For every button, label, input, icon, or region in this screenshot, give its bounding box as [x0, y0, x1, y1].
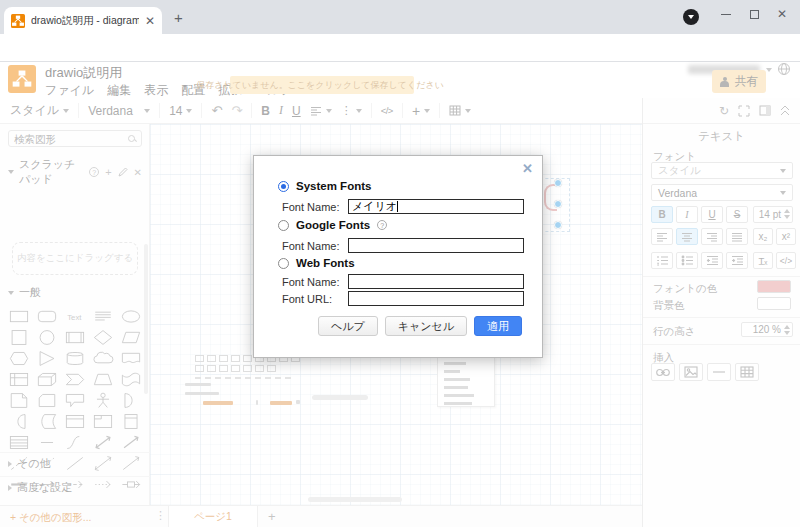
web-fonts-option[interactable]: Web Fonts — [278, 257, 355, 269]
google-fonts-option[interactable]: Google Fonts ? — [278, 219, 387, 231]
system-fonts-label: System Fonts — [296, 180, 371, 192]
cancel-button[interactable]: キャンセル — [385, 316, 467, 336]
dialog-buttons: ヘルプ キャンセル 適用 — [318, 316, 522, 336]
drawio-favicon-icon — [11, 14, 25, 28]
google-fonts-radio[interactable] — [278, 220, 289, 231]
help-button[interactable]: ヘルプ — [318, 316, 378, 336]
dialog-close-icon[interactable]: ✕ — [522, 161, 533, 176]
apply-button[interactable]: 適用 — [474, 316, 522, 336]
window-controls: ✕ — [712, 2, 796, 26]
maximize-button[interactable] — [740, 2, 768, 26]
font-name-label: Font Name: — [282, 240, 348, 252]
font-name-label: Font Name: — [282, 201, 348, 213]
system-fonts-option[interactable]: System Fonts — [278, 180, 371, 192]
web-fonts-label: Web Fonts — [296, 257, 355, 269]
web-font-name-input[interactable] — [348, 274, 524, 289]
web-font-url-row: Font URL: — [282, 291, 524, 306]
google-font-name-input[interactable] — [348, 238, 524, 253]
custom-fonts-dialog: ✕ System Fonts Font Name: メイリオ Google Fo… — [253, 155, 543, 358]
browser-indicator-icon[interactable] — [683, 9, 699, 25]
google-fonts-label: Google Fonts — [296, 219, 370, 231]
drawio-app: drawio説明用 ファイル 編集 表示 配置 拡張 ヘルプ 保存されていません… — [0, 62, 800, 527]
web-fonts-radio[interactable] — [278, 258, 289, 269]
font-name-label: Font Name: — [282, 276, 348, 288]
screen: drawio説明用 - diagrams.net ✕ + ✕ ← → ↻ app… — [0, 0, 800, 527]
minimize-button[interactable] — [712, 2, 740, 26]
text-cursor — [397, 201, 398, 212]
web-font-name-row: Font Name: — [282, 274, 524, 289]
google-fonts-help-icon[interactable]: ? — [377, 220, 387, 230]
system-font-name-input[interactable]: メイリオ — [348, 199, 524, 214]
system-font-name-row: Font Name: メイリオ — [282, 199, 524, 214]
close-button[interactable]: ✕ — [768, 2, 796, 26]
system-fonts-radio[interactable] — [278, 181, 289, 192]
browser-addressbar: ← → ↻ app.diagrams.net/#Wc35bbbba5083a59… — [0, 34, 800, 62]
browser-tabstrip: drawio説明用 - diagrams.net ✕ + ✕ — [0, 0, 800, 34]
tab-close-icon[interactable]: ✕ — [145, 15, 155, 27]
font-url-label: Font URL: — [282, 293, 348, 305]
new-tab-button[interactable]: + — [174, 9, 183, 26]
web-font-url-input[interactable] — [348, 291, 524, 306]
browser-tab[interactable]: drawio説明用 - diagrams.net ✕ — [4, 7, 162, 34]
google-font-name-row: Font Name: — [282, 238, 524, 253]
tab-title: drawio説明用 - diagrams.net — [31, 14, 139, 28]
